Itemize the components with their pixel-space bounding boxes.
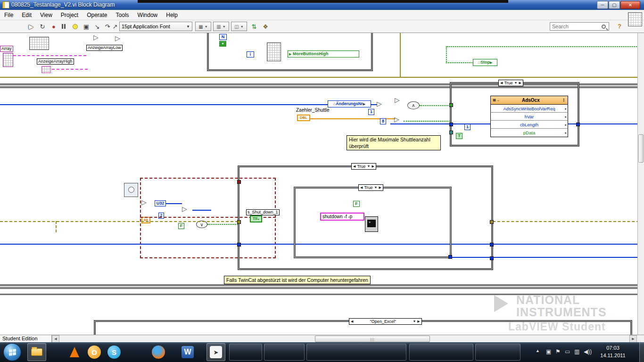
for-loop-structure[interactable]: N ▼ i ▶ MoreButtonsHigh	[207, 33, 372, 71]
case-structure-inner[interactable]: ◀ True ▼ ▶ F shutdown -f -p »	[294, 187, 451, 258]
menu-view[interactable]: View	[36, 10, 57, 20]
tunnel[interactable]	[449, 131, 453, 134]
cluster-terminal-icon[interactable]	[41, 66, 51, 73]
case-next-icon[interactable]: ▶	[519, 80, 521, 86]
menu-file[interactable]: File	[0, 10, 17, 20]
tunnel[interactable]	[490, 256, 494, 260]
tunnel[interactable]	[237, 243, 241, 247]
tunnel[interactable]	[449, 103, 453, 107]
system-exec-vi-icon[interactable]: »	[365, 216, 378, 232]
stop-local-variable[interactable]: ⌂Stop▶	[473, 59, 497, 66]
close-button[interactable]: ✕	[620, 1, 640, 9]
retain-wire-values-button[interactable]: ▣	[81, 21, 91, 32]
aenderungsnr-local-variable[interactable]: ⌂ÄnderungsNr▶	[328, 100, 371, 107]
taskbar-window-button[interactable]	[475, 344, 520, 361]
zaehler-shuttle-label[interactable]: Zaehler_Shuttle	[296, 107, 330, 113]
scroll-left-button[interactable]: ◀	[52, 335, 59, 343]
taskbar-clock[interactable]: 07:03 14.11.2011	[595, 344, 631, 359]
tunnel[interactable]	[237, 220, 241, 224]
chevron-down-icon[interactable]: ▼	[413, 319, 416, 324]
case-next-icon[interactable]: ▶	[379, 185, 381, 190]
vertical-scrollbar[interactable]	[637, 33, 644, 335]
case-prev-icon[interactable]: ◀	[500, 80, 503, 86]
case-prev-icon[interactable]: ◀	[353, 164, 355, 169]
step-out-button[interactable]: ↗	[110, 21, 120, 32]
action-center-flag-icon[interactable]: ⚑	[555, 348, 561, 355]
step-into-button[interactable]: ↘	[92, 21, 102, 32]
tunnel[interactable]	[576, 123, 580, 126]
case-selector[interactable]: ◀ True ▼ ▶	[351, 163, 376, 170]
constant-8[interactable]: 8	[380, 118, 386, 124]
case-structure-open-excel[interactable]: ◀ "Open_Excel" ▼ ▶	[94, 321, 632, 335]
index-array-icon[interactable]	[267, 42, 281, 61]
start-button[interactable]	[3, 343, 21, 361]
boolean-terminal-tf[interactable]: TF▸	[250, 215, 262, 222]
cleanup-diagram-button[interactable]: ❖	[260, 21, 271, 32]
minimize-button[interactable]: ─	[597, 1, 608, 9]
chevron-down-icon[interactable]: ▼	[367, 164, 371, 169]
taskbar-vlc-button[interactable]	[65, 343, 84, 361]
tunnel[interactable]	[490, 220, 494, 224]
invoke-param-row[interactable]: hVar▸	[491, 113, 568, 121]
run-button[interactable]: ▶	[26, 21, 36, 32]
run-continuous-button[interactable]: ↻	[37, 21, 48, 32]
more-buttons-high-indicator[interactable]: ▶ MoreButtonsHigh	[288, 50, 359, 58]
greater-node-icon[interactable]: ▷	[394, 116, 399, 123]
tunnel[interactable]	[490, 243, 494, 247]
align-objects-dropdown[interactable]: ▦▼	[195, 22, 211, 31]
taskbar-firefox-button[interactable]	[149, 343, 168, 361]
conditional-terminal-icon[interactable]: ▼	[219, 41, 226, 47]
case-prev-icon[interactable]: ◀	[351, 319, 353, 324]
dbl-terminal[interactable]: DBL	[297, 115, 310, 121]
elapsed-time-vi-icon[interactable]	[124, 183, 138, 197]
update-tray-icon[interactable]: ▣	[546, 348, 551, 355]
increment-node-icon[interactable]: ▷	[377, 100, 382, 107]
invoke-param-row[interactable]: cbLength▸	[491, 121, 568, 129]
invoke-method-row[interactable]: AdsSyncWriteBoolVarReq▸	[491, 105, 568, 113]
case-structure-adsocx[interactable]: ◀ True ▼ ▶ 1 T ⊞→ AdsOcx ⋮ AdsSyncWriteB…	[450, 82, 579, 146]
true-constant[interactable]: T	[456, 133, 462, 139]
vi-icon[interactable]	[628, 12, 642, 26]
shut-down-label[interactable]: s_Shut_down_1	[246, 209, 280, 215]
comment-box[interactable]: Hier wird die Maximale Shuttleanzahl übe…	[347, 135, 441, 150]
array-constant-icon[interactable]	[29, 37, 49, 50]
invoke-param-row[interactable]: pData▸	[491, 129, 568, 137]
constant-1[interactable]: 1	[368, 109, 374, 115]
highlight-execution-button[interactable]	[70, 21, 80, 32]
display-tray-icon[interactable]: ▭	[565, 348, 570, 355]
block-diagram-canvas[interactable]: Array AnzeigeArrayLow AnzeigeArrayHigh ▷…	[0, 33, 644, 335]
menu-tools[interactable]: Tools	[112, 10, 133, 20]
anzeige-array-high-label[interactable]: AnzeigeArrayHigh	[37, 58, 74, 65]
case-selector[interactable]: ◀ True ▼ ▶	[498, 80, 523, 86]
case-next-icon[interactable]: ▶	[417, 319, 420, 324]
anzeige-array-low-label[interactable]: AnzeigeArrayLow	[86, 45, 123, 51]
vertical-scrollbar-thumb[interactable]	[638, 134, 644, 163]
shutdown-string-constant[interactable]: shutdown -f -p	[320, 213, 364, 221]
font-selector[interactable]: 15pt Application Font ▼	[119, 22, 192, 31]
taskbar-window-button[interactable]	[409, 344, 473, 361]
and-node[interactable]: ∧	[407, 101, 420, 109]
volume-tray-icon[interactable]: ◀))	[584, 348, 592, 355]
comparison-node-icon[interactable]: ▷	[115, 35, 120, 41]
taskbar-outlook-button[interactable]: O	[85, 343, 104, 361]
maximize-button[interactable]: ▢	[609, 1, 620, 9]
title-bar[interactable]: 080825_Testanlage_V2.vi Block Diagram ─ …	[0, 0, 644, 10]
equal-node-icon[interactable]: ▷	[395, 97, 400, 103]
comparison-node-icon[interactable]: ▷	[93, 34, 99, 41]
array-label[interactable]: Array	[0, 46, 13, 52]
reorder-button[interactable]: ⇅	[249, 21, 259, 32]
case-prev-icon[interactable]: ◀	[360, 185, 363, 190]
show-desktop-button[interactable]	[639, 342, 644, 362]
menu-edit[interactable]: Edit	[17, 10, 36, 20]
case-next-icon[interactable]: ▶	[372, 164, 374, 169]
chevron-down-icon[interactable]: ▼	[374, 185, 378, 190]
loop-iteration-terminal[interactable]: i	[247, 51, 254, 58]
tunnel[interactable]	[449, 123, 453, 126]
menu-operate[interactable]: Operate	[83, 10, 111, 20]
taskbar-labview-button[interactable]: ➤	[206, 343, 225, 361]
adsocx-invoke-node[interactable]: ⊞→ AdsOcx ⋮ AdsSyncWriteBoolVarReq▸ hVar…	[490, 96, 568, 137]
case-structure-shutdown[interactable]: ◀ True ▼ ▶ s_Shut_down_1 TF▸ ◀ True ▼	[238, 166, 493, 270]
taskbar-window-button[interactable]	[264, 344, 305, 361]
pause-button[interactable]	[58, 21, 69, 32]
show-hidden-icons-button[interactable]: ▲	[536, 348, 540, 353]
